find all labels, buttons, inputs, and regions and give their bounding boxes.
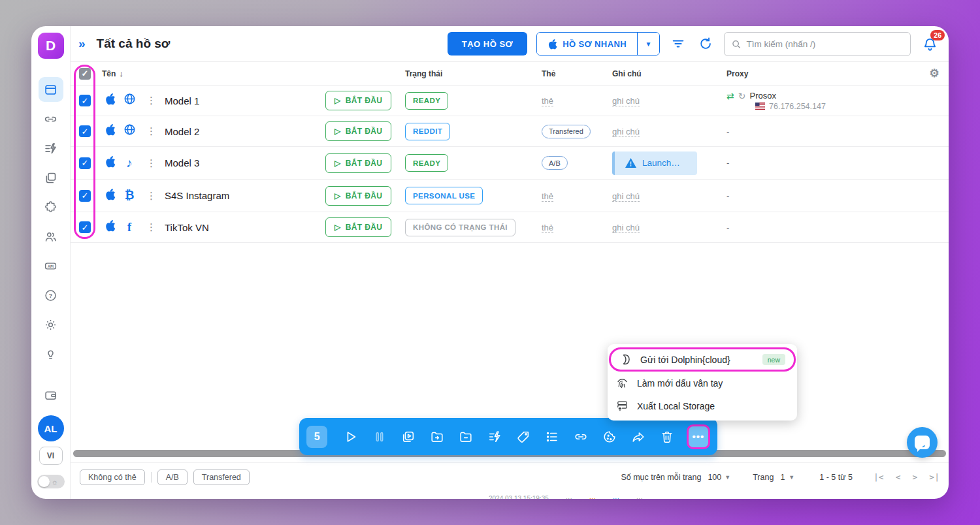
tag-chip[interactable]: A/B [542,156,568,170]
bulk-share-icon[interactable] [625,423,651,451]
proxy-name[interactable]: Prosox [749,91,776,101]
note-placeholder[interactable]: ghi chú [612,96,640,106]
page-next-button[interactable]: > [913,472,918,482]
proxy-swap-icon[interactable]: ⇄ [727,91,734,101]
tag-filter-chip[interactable]: Không có thẻ [80,469,145,485]
notifications-bell[interactable]: 26 [920,34,939,54]
select-all-checkbox[interactable]: ✓ [79,68,91,80]
tag-filter-chip[interactable]: Transfered [193,469,250,485]
status-badge[interactable]: PERSONAL USE [405,187,483,204]
quick-profile-caret[interactable]: ▼ [637,33,659,55]
proxy-refresh-icon[interactable]: ↻ [738,91,746,101]
quick-profile-split-button: HỒ SƠ NHANH ▼ [536,32,660,56]
col-note[interactable]: Ghi chú [604,69,719,78]
row-checkbox[interactable]: ✓ [79,221,91,233]
row-menu-icon[interactable]: ⋮ [141,221,159,233]
col-status[interactable]: Trạng thái [397,69,534,78]
start-button[interactable]: ▷BẮT ĐẦU [325,186,391,206]
note-placeholder[interactable]: ghi chú [612,191,640,202]
start-button[interactable]: ▷BẮT ĐẦU [325,91,391,110]
col-tag[interactable]: Thẻ [534,69,604,78]
sidebar-expand-icon[interactable]: » [78,37,84,51]
per-page-select[interactable]: 100▼ [708,473,730,482]
app-logo[interactable]: D [38,33,64,59]
sidebar-item-settings[interactable] [39,312,63,337]
bulk-link-icon[interactable] [568,423,594,451]
bulk-more-button[interactable]: ••• [687,424,710,449]
sidebar-item-profiles[interactable] [39,77,63,102]
row-checkbox[interactable]: ✓ [79,125,91,137]
bulk-play-icon[interactable] [338,423,364,451]
search-input[interactable] [746,39,904,49]
page-first-button[interactable]: |< [874,472,884,482]
table-settings-gear-icon[interactable]: ⚙ [920,67,949,80]
sidebar-item-automation[interactable] [39,136,63,161]
menu-item-send-to-cloud[interactable]: Gửi tới Dolphin{cloud} new [609,347,796,372]
sidebar-item-wallet[interactable] [39,383,63,407]
page-select[interactable]: 1▼ [780,473,794,482]
start-button[interactable]: ▷BẮT ĐẦU [325,217,391,237]
sidebar-item-extensions[interactable] [39,195,63,219]
bulk-remove-from-folder-icon[interactable] [453,423,479,451]
tag-chip[interactable]: Transfered [542,125,591,138]
sort-desc-icon[interactable]: ↓ [119,69,123,78]
create-profile-button[interactable]: TẠO HỒ SƠ [448,32,527,56]
sidebar-item-ideas[interactable] [39,342,63,366]
avatar[interactable]: AL [38,415,64,441]
row-menu-icon[interactable]: ⋮ [141,157,159,169]
bulk-automation-icon[interactable] [482,423,508,451]
logo-letter: D [46,38,56,54]
note-alert[interactable]: Launch… [612,151,697,175]
theme-toggle[interactable]: ☼ [37,475,65,488]
profile-name[interactable]: Model 1 [165,95,325,106]
sidebar-item-proxy[interactable] [39,106,63,131]
filter-icon[interactable] [669,35,687,53]
profile-name[interactable]: Model 2 [165,126,325,137]
menu-item-refresh-fingerprint[interactable]: Làm mới dấu vân tay [608,372,797,394]
language-button[interactable]: VI [39,447,63,465]
bulk-tag-icon[interactable] [510,423,536,451]
tag-filter-chip[interactable]: A/B [157,469,188,485]
profile-name[interactable]: TikTok VN [165,222,325,233]
profile-name[interactable]: S4S Instagram [165,190,325,201]
tag-placeholder[interactable]: thẻ [542,191,553,202]
bulk-delete-icon[interactable] [654,423,680,451]
globe-icon [122,93,137,108]
note-placeholder[interactable]: ghi chú [612,223,640,233]
start-button[interactable]: ▷BẮT ĐẦU [325,153,391,173]
quick-profile-button[interactable]: HỒ SƠ NHANH [537,33,637,55]
tag-placeholder[interactable]: thẻ [542,96,553,106]
sidebar-item-help[interactable]: ? [39,283,63,308]
row-checkbox[interactable]: ✓ [79,190,91,202]
refresh-icon[interactable] [696,35,715,53]
support-chat-button[interactable] [907,427,938,458]
row-menu-icon[interactable]: ⋮ [141,190,159,202]
start-button[interactable]: ▷BẮT ĐẦU [325,121,391,141]
sidebar-item-bookmarks[interactable] [39,165,63,190]
bulk-move-to-folder-icon[interactable] [424,423,450,451]
bulk-pause-icon[interactable] [367,423,393,451]
status-badge[interactable]: READY [405,154,448,172]
table-row: ✓ ♪ ⋮ Model 3 ▷BẮT ĐẦU READY A/B Launch…… [71,147,949,180]
bulk-list-icon[interactable] [539,423,565,451]
row-checkbox[interactable]: ✓ [79,95,91,106]
row-checkbox[interactable]: ✓ [79,157,91,169]
proxy-cell: - [719,191,920,200]
status-badge[interactable]: READY [405,92,448,110]
bulk-cookie-icon[interactable] [596,423,623,451]
page-last-button[interactable]: >| [929,472,939,482]
col-name[interactable]: Tên [102,69,116,78]
row-menu-icon[interactable]: ⋮ [141,95,159,106]
page-prev-button[interactable]: < [896,472,901,482]
status-badge[interactable]: KHÔNG CÓ TRẠNG THÁI [405,219,515,236]
profile-name[interactable]: Model 3 [165,157,325,168]
status-badge[interactable]: REDDIT [405,123,450,140]
bulk-clone-icon[interactable] [395,423,421,451]
tag-placeholder[interactable]: thẻ [542,223,553,233]
note-placeholder[interactable]: ghi chú [612,127,640,137]
menu-item-export-local-storage[interactable]: Xuất Local Storage [608,394,797,417]
sidebar-item-team[interactable] [39,224,63,249]
sidebar-item-api[interactable]: API [39,253,63,278]
col-proxy[interactable]: Proxy [719,69,920,78]
row-menu-icon[interactable]: ⋮ [141,125,159,137]
